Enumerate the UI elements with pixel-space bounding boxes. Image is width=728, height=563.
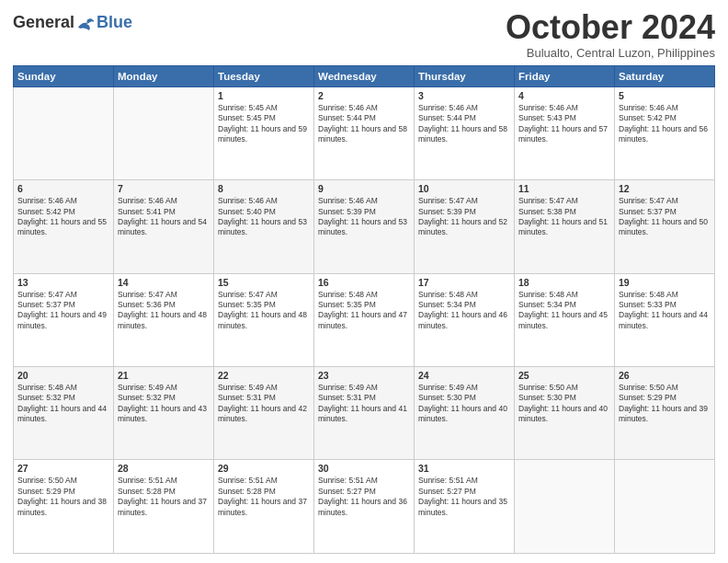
day-number: 25 <box>518 370 610 381</box>
table-row: 5Sunrise: 5:46 AM Sunset: 5:42 PM Daylig… <box>615 86 715 179</box>
logo-general-text: General <box>13 13 74 32</box>
table-row: 18Sunrise: 5:48 AM Sunset: 5:34 PM Dayli… <box>515 273 615 366</box>
day-info: Sunrise: 5:46 AM Sunset: 5:44 PM Dayligh… <box>418 103 510 145</box>
calendar-week-row: 13Sunrise: 5:47 AM Sunset: 5:37 PM Dayli… <box>14 273 715 366</box>
table-row <box>515 460 615 554</box>
calendar-week-row: 6Sunrise: 5:46 AM Sunset: 5:42 PM Daylig… <box>14 180 715 273</box>
day-number: 17 <box>418 277 510 288</box>
header-friday: Friday <box>515 65 615 86</box>
day-number: 7 <box>118 183 210 194</box>
day-number: 4 <box>518 90 610 101</box>
day-number: 1 <box>218 90 310 101</box>
table-row: 29Sunrise: 5:51 AM Sunset: 5:28 PM Dayli… <box>214 460 314 554</box>
day-number: 13 <box>17 277 109 288</box>
day-info: Sunrise: 5:48 AM Sunset: 5:32 PM Dayligh… <box>17 383 109 425</box>
day-number: 6 <box>17 183 109 194</box>
calendar-table: Sunday Monday Tuesday Wednesday Thursday… <box>13 65 715 554</box>
table-row: 13Sunrise: 5:47 AM Sunset: 5:37 PM Dayli… <box>14 273 114 366</box>
day-info: Sunrise: 5:47 AM Sunset: 5:37 PM Dayligh… <box>17 290 109 332</box>
day-info: Sunrise: 5:47 AM Sunset: 5:36 PM Dayligh… <box>118 290 210 332</box>
day-info: Sunrise: 5:46 AM Sunset: 5:42 PM Dayligh… <box>17 196 109 238</box>
day-number: 22 <box>218 370 310 381</box>
day-number: 14 <box>118 277 210 288</box>
day-info: Sunrise: 5:49 AM Sunset: 5:31 PM Dayligh… <box>318 383 410 425</box>
day-info: Sunrise: 5:48 AM Sunset: 5:34 PM Dayligh… <box>418 290 510 332</box>
table-row: 7Sunrise: 5:46 AM Sunset: 5:41 PM Daylig… <box>114 180 214 273</box>
day-info: Sunrise: 5:46 AM Sunset: 5:41 PM Dayligh… <box>118 196 210 238</box>
table-row: 3Sunrise: 5:46 AM Sunset: 5:44 PM Daylig… <box>415 86 515 179</box>
table-row: 2Sunrise: 5:46 AM Sunset: 5:44 PM Daylig… <box>314 86 415 179</box>
day-number: 30 <box>318 463 410 474</box>
table-row: 14Sunrise: 5:47 AM Sunset: 5:36 PM Dayli… <box>114 273 214 366</box>
day-info: Sunrise: 5:51 AM Sunset: 5:28 PM Dayligh… <box>118 476 210 518</box>
day-info: Sunrise: 5:49 AM Sunset: 5:31 PM Dayligh… <box>218 383 310 425</box>
day-info: Sunrise: 5:46 AM Sunset: 5:44 PM Dayligh… <box>318 103 410 145</box>
table-row: 19Sunrise: 5:48 AM Sunset: 5:33 PM Dayli… <box>615 273 715 366</box>
day-info: Sunrise: 5:48 AM Sunset: 5:33 PM Dayligh… <box>619 290 711 332</box>
day-number: 12 <box>619 183 711 194</box>
table-row: 23Sunrise: 5:49 AM Sunset: 5:31 PM Dayli… <box>314 367 415 460</box>
page: General Blue October 2024 Bulualto, Cent… <box>0 0 728 563</box>
table-row <box>114 86 214 179</box>
table-row: 15Sunrise: 5:47 AM Sunset: 5:35 PM Dayli… <box>214 273 314 366</box>
calendar-week-row: 27Sunrise: 5:50 AM Sunset: 5:29 PM Dayli… <box>14 460 715 554</box>
day-number: 3 <box>418 90 510 101</box>
logo: General Blue <box>13 13 132 32</box>
table-row: 28Sunrise: 5:51 AM Sunset: 5:28 PM Dayli… <box>114 460 214 554</box>
day-number: 18 <box>518 277 610 288</box>
day-info: Sunrise: 5:46 AM Sunset: 5:40 PM Dayligh… <box>218 196 310 238</box>
calendar-week-row: 20Sunrise: 5:48 AM Sunset: 5:32 PM Dayli… <box>14 367 715 460</box>
day-info: Sunrise: 5:48 AM Sunset: 5:34 PM Dayligh… <box>518 290 610 332</box>
day-info: Sunrise: 5:45 AM Sunset: 5:45 PM Dayligh… <box>218 103 310 145</box>
table-row: 4Sunrise: 5:46 AM Sunset: 5:43 PM Daylig… <box>515 86 615 179</box>
location-text: Bulualto, Central Luzon, Philippines <box>506 46 715 60</box>
day-info: Sunrise: 5:47 AM Sunset: 5:38 PM Dayligh… <box>518 196 610 238</box>
table-row: 11Sunrise: 5:47 AM Sunset: 5:38 PM Dayli… <box>515 180 615 273</box>
day-number: 10 <box>418 183 510 194</box>
header-wednesday: Wednesday <box>314 65 415 86</box>
day-number: 29 <box>218 463 310 474</box>
table-row: 30Sunrise: 5:51 AM Sunset: 5:27 PM Dayli… <box>314 460 415 554</box>
table-row: 24Sunrise: 5:49 AM Sunset: 5:30 PM Dayli… <box>415 367 515 460</box>
day-number: 15 <box>218 277 310 288</box>
table-row: 20Sunrise: 5:48 AM Sunset: 5:32 PM Dayli… <box>14 367 114 460</box>
calendar-header-row: Sunday Monday Tuesday Wednesday Thursday… <box>14 65 715 86</box>
calendar-week-row: 1Sunrise: 5:45 AM Sunset: 5:45 PM Daylig… <box>14 86 715 179</box>
logo-blue-text: Blue <box>97 13 132 32</box>
table-row <box>615 460 715 554</box>
table-row: 1Sunrise: 5:45 AM Sunset: 5:45 PM Daylig… <box>214 86 314 179</box>
day-info: Sunrise: 5:50 AM Sunset: 5:30 PM Dayligh… <box>518 383 610 425</box>
table-row: 25Sunrise: 5:50 AM Sunset: 5:30 PM Dayli… <box>515 367 615 460</box>
day-info: Sunrise: 5:47 AM Sunset: 5:37 PM Dayligh… <box>619 196 711 238</box>
day-number: 5 <box>619 90 711 101</box>
table-row: 22Sunrise: 5:49 AM Sunset: 5:31 PM Dayli… <box>214 367 314 460</box>
day-number: 20 <box>17 370 109 381</box>
table-row: 16Sunrise: 5:48 AM Sunset: 5:35 PM Dayli… <box>314 273 415 366</box>
day-number: 16 <box>318 277 410 288</box>
day-number: 31 <box>418 463 510 474</box>
table-row: 8Sunrise: 5:46 AM Sunset: 5:40 PM Daylig… <box>214 180 314 273</box>
table-row: 12Sunrise: 5:47 AM Sunset: 5:37 PM Dayli… <box>615 180 715 273</box>
day-info: Sunrise: 5:49 AM Sunset: 5:30 PM Dayligh… <box>418 383 510 425</box>
day-info: Sunrise: 5:49 AM Sunset: 5:32 PM Dayligh… <box>118 383 210 425</box>
day-info: Sunrise: 5:46 AM Sunset: 5:39 PM Dayligh… <box>318 196 410 238</box>
day-number: 28 <box>118 463 210 474</box>
day-number: 2 <box>318 90 410 101</box>
day-info: Sunrise: 5:47 AM Sunset: 5:39 PM Dayligh… <box>418 196 510 238</box>
day-number: 27 <box>17 463 109 474</box>
month-title: October 2024 <box>506 9 715 46</box>
day-number: 8 <box>218 183 310 194</box>
day-number: 21 <box>118 370 210 381</box>
table-row: 26Sunrise: 5:50 AM Sunset: 5:29 PM Dayli… <box>615 367 715 460</box>
day-info: Sunrise: 5:48 AM Sunset: 5:35 PM Dayligh… <box>318 290 410 332</box>
header-saturday: Saturday <box>615 65 715 86</box>
table-row <box>14 86 114 179</box>
table-row: 6Sunrise: 5:46 AM Sunset: 5:42 PM Daylig… <box>14 180 114 273</box>
day-info: Sunrise: 5:46 AM Sunset: 5:42 PM Dayligh… <box>619 103 711 145</box>
header-thursday: Thursday <box>415 65 515 86</box>
header: General Blue October 2024 Bulualto, Cent… <box>13 9 715 60</box>
day-info: Sunrise: 5:47 AM Sunset: 5:35 PM Dayligh… <box>218 290 310 332</box>
day-info: Sunrise: 5:50 AM Sunset: 5:29 PM Dayligh… <box>17 476 109 518</box>
table-row: 9Sunrise: 5:46 AM Sunset: 5:39 PM Daylig… <box>314 180 415 273</box>
day-number: 9 <box>318 183 410 194</box>
